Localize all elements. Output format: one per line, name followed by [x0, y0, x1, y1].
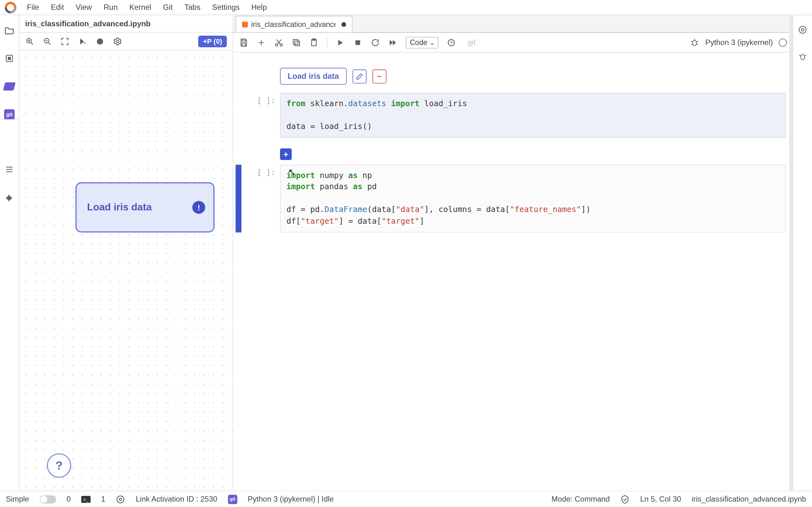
status-file[interactable]: iris_classification_advanced.ipynb [692, 495, 806, 504]
svg-marker-28 [338, 40, 343, 45]
code-cell-2[interactable]: [ ]: import numpy as np import pandas as… [236, 164, 786, 232]
add-cell-icon[interactable] [257, 38, 266, 47]
section-heading-pill[interactable]: Load iris data [280, 68, 347, 84]
notebook-body[interactable]: Load iris data − [ ]: from sklearn.datas… [233, 53, 793, 491]
status-kernel[interactable]: Python 3 (ipykernel) | Idle [248, 495, 334, 504]
extensions-icon[interactable] [3, 192, 15, 204]
help-button[interactable]: ? [47, 453, 71, 477]
cell-type-select[interactable]: Code [406, 37, 438, 48]
svg-rect-24 [295, 41, 300, 46]
status-one[interactable]: 1 [101, 495, 105, 504]
edit-heading-button[interactable] [352, 69, 366, 83]
svg-line-23 [276, 39, 281, 44]
svg-line-37 [691, 44, 693, 45]
unsaved-dot-icon [342, 22, 346, 26]
menu-edit[interactable]: Edit [45, 1, 70, 14]
menu-kernel[interactable]: Kernel [123, 1, 157, 14]
restart-icon[interactable] [370, 38, 380, 47]
svg-line-22 [277, 39, 281, 44]
warning-icon: ! [192, 201, 205, 214]
svg-line-43 [805, 55, 806, 56]
insert-cell-below[interactable]: + [280, 148, 786, 160]
menu-settings[interactable]: Settings [206, 1, 245, 14]
pipeline-canvas[interactable]: Load iris data ! ? [19, 50, 233, 491]
menu-git[interactable]: Git [157, 1, 179, 14]
run-all-icon[interactable]: All [78, 37, 87, 46]
property-inspector-icon[interactable] [798, 24, 808, 35]
svg-line-42 [799, 55, 801, 56]
copy-icon[interactable] [292, 38, 301, 47]
status-bar: Simple 0 >_ 1 Link Activation ID : 2530 … [0, 491, 812, 507]
status-settings-icon[interactable] [116, 494, 125, 504]
status-mode[interactable]: Mode: Command [552, 495, 610, 504]
toc-icon[interactable] [3, 164, 15, 175]
svg-rect-17 [242, 43, 246, 46]
svg-point-15 [116, 40, 119, 42]
status-simple[interactable]: Simple [6, 495, 29, 504]
tab-notebook[interactable]: iris_classification_advance [236, 16, 353, 32]
run-icon[interactable] [336, 38, 345, 47]
pipeline-title: iris_classification_advanced.ipynb [19, 15, 233, 33]
zoom-out-icon[interactable] [43, 37, 52, 46]
code-editor[interactable]: from sklearn.datasets import load_iris d… [280, 93, 786, 137]
menu-bar: File Edit View Run Kernel Git Tabs Setti… [0, 0, 812, 15]
simple-toggle[interactable] [40, 495, 56, 503]
terminal-icon[interactable]: >_ [81, 496, 90, 503]
pipeline-toolbar: All +P (0) [19, 33, 233, 50]
cell-prompt: [ ]: [241, 93, 280, 105]
kernel-status-icon[interactable] [779, 38, 787, 47]
settings-icon[interactable] [113, 37, 122, 46]
svg-point-39 [801, 29, 804, 31]
folder-icon[interactable] [3, 24, 15, 36]
zoom-in-icon[interactable] [25, 37, 34, 46]
menu-run[interactable]: Run [98, 1, 123, 14]
kernel-name[interactable]: Python 3 (ipykernel) [705, 38, 773, 47]
save-icon[interactable] [239, 38, 248, 47]
svg-line-38 [697, 44, 698, 45]
running-icon[interactable] [3, 53, 15, 64]
svg-point-44 [119, 498, 121, 500]
menu-file[interactable]: File [21, 1, 45, 14]
menu-help[interactable]: Help [246, 1, 273, 14]
pipeline-icon[interactable] [3, 80, 15, 92]
activity-bar: git [0, 15, 19, 491]
code-editor[interactable]: import numpy as np import pandas as pd d… [280, 164, 786, 232]
cut-icon[interactable] [274, 38, 283, 47]
tab-title: iris_classification_advance [251, 20, 336, 29]
stop-icon[interactable] [353, 38, 362, 47]
palette-icon[interactable] [95, 37, 104, 46]
menu-view[interactable]: View [70, 1, 98, 14]
pipeline-node-load-iris[interactable]: Load iris data ! [75, 182, 215, 233]
code-cell-1[interactable]: [ ]: from sklearn.datasets import load_i… [236, 93, 786, 137]
svg-marker-30 [390, 40, 393, 45]
collapse-heading-button[interactable]: − [372, 69, 386, 83]
menu-tabs[interactable]: Tabs [179, 1, 206, 14]
svg-rect-16 [242, 39, 246, 41]
paste-icon[interactable] [309, 38, 318, 47]
status-git-icon[interactable]: git [228, 494, 237, 504]
debugger-icon[interactable] [798, 51, 808, 62]
status-link-activation[interactable]: Link Activation ID : 2530 [136, 495, 217, 504]
pipeline-node-title: Load iris data [87, 202, 152, 213]
svg-rect-25 [293, 39, 298, 44]
svg-point-33 [693, 40, 697, 45]
status-zero[interactable]: 0 [67, 495, 71, 504]
svg-point-41 [801, 54, 804, 60]
trusted-icon[interactable] [620, 494, 629, 504]
jupyter-logo-icon [5, 2, 16, 13]
clock-icon[interactable] [447, 38, 456, 47]
notebook-icon [242, 21, 248, 27]
fullscreen-icon[interactable] [60, 37, 69, 46]
svg-text:All: All [83, 42, 86, 45]
pipeline-panel: iris_classification_advanced.ipynb All +… [19, 15, 234, 491]
svg-point-40 [799, 26, 806, 33]
status-cursor-pos[interactable]: Ln 5, Col 30 [640, 495, 681, 504]
debug-icon[interactable] [690, 38, 699, 47]
git-icon[interactable]: git [3, 109, 15, 120]
cell-prompt: [ ]: [241, 164, 280, 177]
notebook-toolbar: Code git Python 3 (ipykernel) [233, 33, 793, 53]
fast-forward-icon[interactable] [388, 38, 397, 47]
svg-line-36 [697, 41, 698, 42]
plus-icon: + [280, 148, 292, 160]
add-pipeline-button[interactable]: +P (0) [198, 36, 227, 47]
